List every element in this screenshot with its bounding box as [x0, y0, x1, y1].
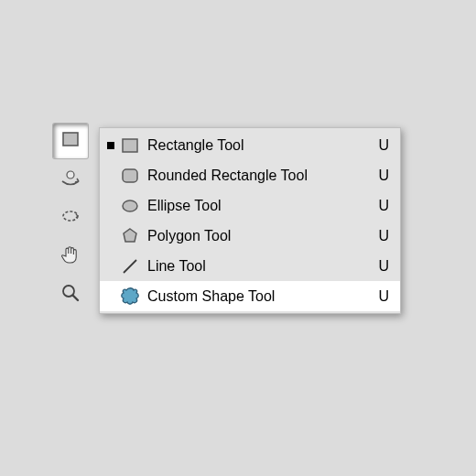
- zoom-icon: [59, 281, 82, 308]
- svg-rect-5: [123, 139, 137, 152]
- zoom-tool[interactable]: [53, 277, 88, 312]
- current-marker-icon: [107, 142, 114, 149]
- flyout-item-label: Custom Shape Tool: [147, 288, 378, 305]
- hand-tool[interactable]: [53, 239, 88, 274]
- flyout-item-line[interactable]: Line Tool U: [100, 251, 400, 281]
- flyout-item-shortcut: U: [378, 288, 389, 305]
- shapes-tool[interactable]: [53, 124, 88, 158]
- rectangle-icon: [60, 128, 81, 154]
- flyout-item-rectangle[interactable]: Rectangle Tool U: [100, 130, 400, 160]
- hand-icon: [59, 243, 82, 270]
- flyout-item-label: Polygon Tool: [147, 228, 378, 244]
- custom-shape-icon: [120, 287, 140, 307]
- svg-rect-0: [63, 133, 78, 146]
- svg-point-7: [123, 200, 137, 211]
- rounded-rectangle-icon: [120, 166, 140, 186]
- svg-marker-8: [124, 229, 136, 242]
- svg-rect-6: [123, 169, 137, 182]
- svg-line-4: [73, 296, 79, 301]
- rotate3d-icon: [59, 166, 82, 193]
- flyout-item-shortcut: U: [378, 198, 389, 214]
- flyout-item-label: Line Tool: [147, 258, 378, 275]
- svg-point-1: [67, 171, 74, 178]
- flyout-item-label: Ellipse Tool: [147, 198, 378, 214]
- flyout-item-shortcut: U: [378, 258, 389, 275]
- flyout-item-shortcut: U: [378, 168, 389, 184]
- orbit-tool[interactable]: [53, 200, 88, 235]
- flyout-item-label: Rectangle Tool: [147, 137, 378, 154]
- flyout-item-ellipse[interactable]: Ellipse Tool U: [100, 190, 400, 221]
- svg-line-9: [124, 260, 136, 273]
- flyout-item-custom-shape[interactable]: Custom Shape Tool U: [100, 281, 400, 311]
- rotate3d-tool[interactable]: [53, 162, 88, 197]
- polygon-icon: [120, 226, 140, 246]
- flyout-item-shortcut: U: [378, 228, 389, 244]
- orbit-icon: [59, 204, 82, 232]
- flyout-item-shortcut: U: [378, 137, 389, 154]
- rectangle-icon: [120, 135, 140, 156]
- app-canvas: Rectangle Tool U Rounded Rectangle Tool …: [0, 0, 476, 476]
- svg-point-2: [63, 211, 78, 221]
- flyout-item-polygon[interactable]: Polygon Tool U: [100, 221, 400, 251]
- flyout-item-label: Rounded Rectangle Tool: [147, 168, 378, 184]
- ellipse-icon: [120, 196, 140, 216]
- line-icon: [120, 256, 140, 276]
- shapes-flyout: Rectangle Tool U Rounded Rectangle Tool …: [99, 127, 401, 314]
- toolbar: [53, 124, 88, 316]
- flyout-item-rounded-rectangle[interactable]: Rounded Rectangle Tool U: [100, 160, 400, 190]
